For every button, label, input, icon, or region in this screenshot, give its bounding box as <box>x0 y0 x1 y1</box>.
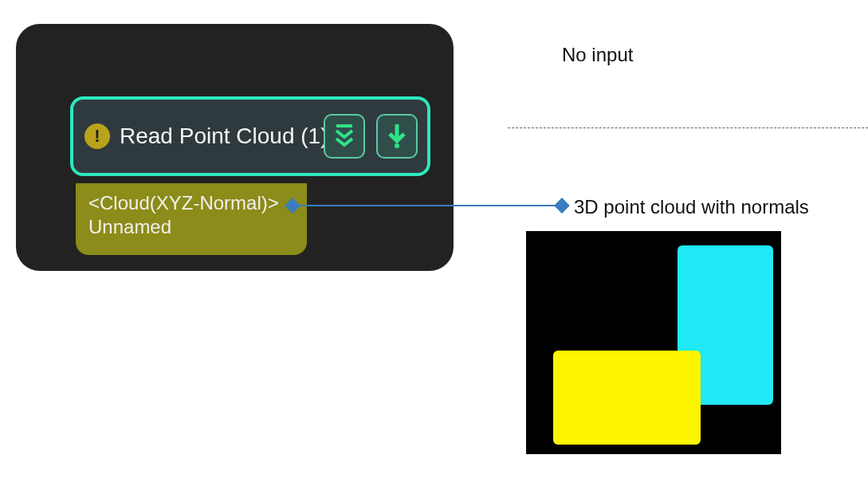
expand-all-icon <box>333 123 355 150</box>
download-icon <box>387 123 407 150</box>
output-name-label: Unnamed <box>88 215 296 239</box>
output-type-label: <Cloud(XYZ-Normal)> <box>88 191 296 215</box>
preview-yellow-region <box>553 351 701 445</box>
connector-endpoint-right <box>554 198 570 214</box>
node-title: Read Point Cloud (1) <box>120 124 328 149</box>
svg-rect-0 <box>336 124 352 127</box>
warning-icon <box>84 124 110 149</box>
output-description-label: 3D point cloud with normals <box>574 196 809 218</box>
section-divider <box>508 127 868 128</box>
node-header[interactable]: Read Point Cloud (1) <box>70 96 430 176</box>
no-input-label: No input <box>562 44 633 66</box>
svg-point-2 <box>395 143 399 148</box>
connector-line <box>292 205 561 206</box>
expand-all-button[interactable] <box>324 114 365 159</box>
download-button[interactable] <box>376 114 418 159</box>
node-panel: Read Point Cloud (1) <Cloud(XYZ-Normal)>… <box>16 24 454 271</box>
node-output-port[interactable]: <Cloud(XYZ-Normal)> Unnamed <box>76 183 307 255</box>
pointcloud-preview <box>526 231 781 454</box>
